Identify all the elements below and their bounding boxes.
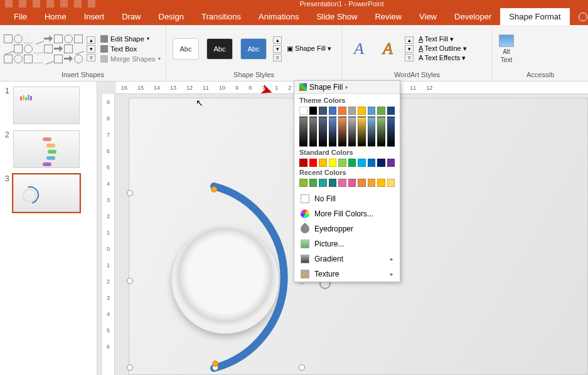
texture-item[interactable]: Texture▸: [294, 267, 400, 282]
tab-review[interactable]: Review: [366, 8, 410, 25]
color-swatch[interactable]: [368, 107, 376, 115]
selection-handle[interactable]: [127, 364, 133, 371]
group-accessibility: AltText Accessib: [493, 25, 588, 81]
arc-shape[interactable]: [129, 180, 318, 374]
qat-icon[interactable]: [74, 0, 82, 8]
color-swatch[interactable]: [299, 159, 307, 167]
color-swatch[interactable]: [299, 179, 307, 187]
text-box-button[interactable]: Text Box: [100, 45, 161, 53]
color-swatch[interactable]: [358, 159, 366, 167]
color-swatch[interactable]: [348, 117, 356, 147]
adjust-handle[interactable]: [212, 361, 218, 367]
tab-view[interactable]: View: [410, 8, 446, 25]
selection-handle[interactable]: [127, 190, 133, 196]
shape-fill-dropdown: Shape Fill▾ Theme Colors Standard Colors…: [294, 80, 400, 282]
shapes-scroll[interactable]: ▴▾▿: [87, 36, 95, 61]
color-swatch[interactable]: [358, 117, 366, 147]
color-swatch[interactable]: [348, 179, 356, 187]
qat-icon[interactable]: [19, 0, 26, 8]
color-swatch[interactable]: [329, 179, 337, 187]
color-swatch[interactable]: [338, 179, 346, 187]
color-swatch[interactable]: [338, 107, 346, 115]
color-swatch[interactable]: [377, 179, 385, 187]
alt-text-button[interactable]: AltText: [499, 34, 514, 63]
color-swatch[interactable]: [309, 107, 318, 115]
tab-design[interactable]: Design: [150, 8, 193, 25]
tab-shape-format[interactable]: Shape Format: [500, 8, 569, 25]
shape-fill-header[interactable]: Shape Fill▾: [294, 81, 400, 94]
eyedropper-icon: [299, 223, 311, 235]
merge-shapes-button[interactable]: Merge Shapes ▾: [100, 55, 161, 63]
wordart-tile[interactable]: A: [375, 38, 401, 60]
wordart-scroll[interactable]: ▴▾▿: [405, 36, 414, 61]
qat-icon[interactable]: [33, 0, 40, 8]
tab-draw[interactable]: Draw: [113, 8, 149, 25]
color-swatch[interactable]: [387, 179, 395, 187]
color-swatch[interactable]: [319, 179, 327, 187]
styles-scroll[interactable]: ▴▾▿: [273, 36, 282, 61]
qat-icon[interactable]: [46, 0, 54, 8]
tab-tellme[interactable]: Tell me w: [570, 8, 588, 25]
selection-handle[interactable]: [299, 364, 305, 371]
color-swatch[interactable]: [368, 179, 376, 187]
color-swatch[interactable]: [348, 107, 356, 115]
color-swatch[interactable]: [309, 159, 318, 167]
no-fill-item[interactable]: No Fill: [294, 191, 400, 206]
qat-icon[interactable]: [60, 0, 68, 8]
shapes-gallery[interactable]: [4, 34, 83, 63]
slide-thumb-1[interactable]: [13, 87, 80, 124]
tab-slideshow[interactable]: Slide Show: [307, 8, 366, 25]
color-swatch[interactable]: [377, 107, 385, 115]
text-fill-button[interactable]: A Text Fill ▾: [419, 35, 467, 43]
color-swatch[interactable]: [329, 107, 337, 115]
tab-home[interactable]: Home: [36, 8, 75, 25]
color-swatch[interactable]: [368, 159, 376, 167]
color-swatch[interactable]: [358, 179, 366, 187]
color-swatch[interactable]: [377, 117, 385, 147]
style-tile[interactable]: Abc: [206, 38, 233, 60]
style-tile[interactable]: Abc: [240, 38, 267, 60]
slide-thumb-3[interactable]: [13, 174, 80, 212]
tab-insert[interactable]: Insert: [75, 8, 114, 25]
color-swatch[interactable]: [319, 117, 327, 147]
wordart-tile[interactable]: A: [346, 38, 372, 60]
color-swatch[interactable]: [387, 117, 395, 147]
tab-file[interactable]: File: [5, 8, 36, 25]
color-swatch[interactable]: [387, 107, 395, 115]
tab-animations[interactable]: Animations: [250, 8, 307, 25]
shape-fill-button[interactable]: ▣ Shape Fill ▾: [287, 45, 331, 53]
tab-developer[interactable]: Developer: [446, 8, 500, 25]
qat-icon[interactable]: [5, 0, 13, 8]
color-swatch[interactable]: [299, 117, 307, 147]
adjust-handle[interactable]: [211, 186, 217, 193]
color-swatch[interactable]: [338, 117, 346, 147]
more-colors-item[interactable]: More Fill Colors...: [294, 206, 400, 221]
qat-icon[interactable]: [88, 0, 95, 8]
tab-transitions[interactable]: Transitions: [193, 8, 250, 25]
color-swatch[interactable]: [368, 117, 376, 147]
slide-thumb-2[interactable]: [13, 130, 80, 168]
color-swatch[interactable]: [348, 159, 356, 167]
color-swatch[interactable]: [309, 179, 318, 187]
selection-handle[interactable]: [127, 278, 133, 284]
text-outline-button[interactable]: A Text Outline ▾: [419, 45, 467, 53]
color-swatch[interactable]: [299, 107, 307, 115]
color-swatch[interactable]: [309, 117, 318, 147]
no-fill-icon: [301, 194, 309, 203]
style-tile[interactable]: Abc: [173, 38, 199, 60]
edit-shape-button[interactable]: Edit Shape ▾: [100, 35, 161, 43]
picture-item[interactable]: Picture...: [294, 236, 400, 251]
color-swatch[interactable]: [319, 107, 327, 115]
color-swatch[interactable]: [387, 159, 395, 167]
theme-tints: [299, 117, 395, 147]
color-swatch[interactable]: [319, 159, 327, 167]
texture-icon: [301, 270, 309, 278]
eyedropper-item[interactable]: Eyedropper: [294, 221, 400, 236]
gradient-item[interactable]: Gradient▸: [294, 251, 400, 267]
text-effects-button[interactable]: A Text Effects ▾: [419, 54, 467, 62]
color-swatch[interactable]: [329, 117, 337, 147]
color-swatch[interactable]: [377, 159, 385, 167]
color-swatch[interactable]: [358, 107, 366, 115]
color-swatch[interactable]: [338, 159, 346, 167]
color-swatch[interactable]: [329, 159, 337, 167]
